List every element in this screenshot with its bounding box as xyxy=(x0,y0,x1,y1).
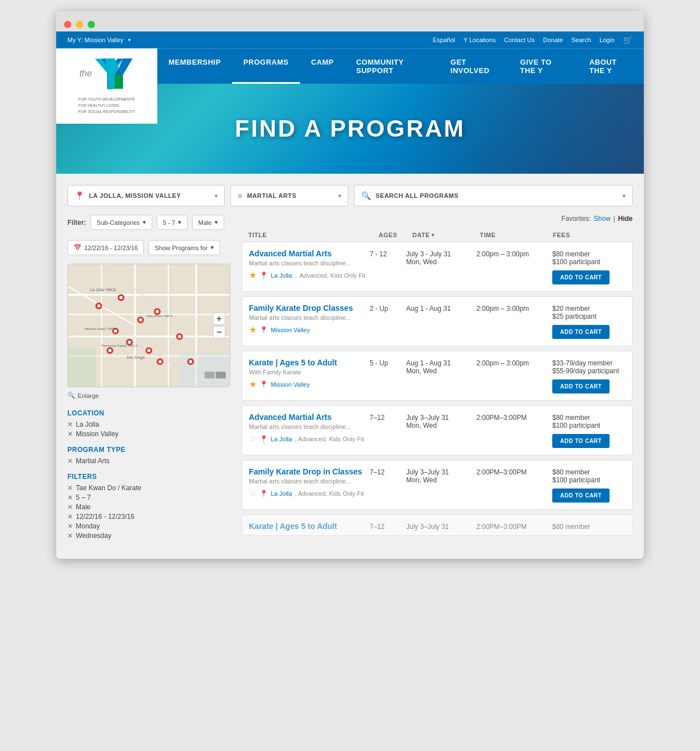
col-time-header: TIME xyxy=(480,232,553,238)
program-2-title[interactable]: Family Karate Drop Classes xyxy=(249,304,367,313)
program-1-add-to-cart-button[interactable]: ADD TO CART xyxy=(552,270,610,284)
program-card-5: Family Karate Drop in Classes Martial ar… xyxy=(242,460,633,510)
enlarge-map-link[interactable]: 🔍 Enlarge xyxy=(67,392,230,399)
program-4-title[interactable]: Advanced Martial Arts xyxy=(249,413,367,422)
program-3-star-icon[interactable]: ★ xyxy=(249,379,257,390)
nav-camp[interactable]: CAMP xyxy=(300,49,345,84)
program-3-desc: With Family Karate xyxy=(249,369,367,376)
page-content: 📍 LA JOLLA, MISSION VALLEY ▾ ≡ MARTIAL A… xyxy=(56,174,644,559)
search-icon: 🔍 xyxy=(361,191,371,200)
header-area: the xyxy=(56,48,644,84)
program-card-4-body: Advanced Martial Arts Martial arts class… xyxy=(242,406,632,455)
remove-martial-arts-icon[interactable]: ✕ xyxy=(67,458,72,465)
search-all-dropdown[interactable]: 🔍 SEARCH ALL PROGRAMS ▾ xyxy=(354,185,633,206)
program-4-location[interactable]: La Jolla xyxy=(271,436,292,442)
show-programs-filter[interactable]: Show Programs for ▾ xyxy=(148,240,220,255)
y-locations-link[interactable]: Y Locations xyxy=(463,37,496,43)
program-2-fees: $20 member $25 participant ADD TO CART xyxy=(552,304,625,339)
filter-monday[interactable]: ✕ Monday xyxy=(67,522,230,530)
age-filter[interactable]: 5 - 7 ▾ xyxy=(157,215,188,230)
subcategories-filter[interactable]: Sub-Categories ▾ xyxy=(90,215,152,230)
ymca-logo-box: the xyxy=(56,48,157,124)
filter-date-range[interactable]: ✕ 12/22/16 - 12/23/16 xyxy=(67,513,230,521)
nav-membership[interactable]: MEMBERSHIP xyxy=(157,49,232,84)
favorites-show-link[interactable]: Show xyxy=(594,215,611,223)
program-2-info: Family Karate Drop Classes Martial arts … xyxy=(249,304,367,335)
remove-male-icon[interactable]: ✕ xyxy=(67,504,72,511)
remove-mission-valley-icon[interactable]: ✕ xyxy=(67,431,72,438)
nav-about-the-y[interactable]: ABOUT THE Y xyxy=(578,49,644,84)
search-link[interactable]: Search xyxy=(571,37,591,43)
location-lajolla[interactable]: ✕ La Jolla xyxy=(67,420,230,428)
program-5-title[interactable]: Family Karate Drop in Classes xyxy=(249,467,367,476)
favorites-hide-link[interactable]: Hide xyxy=(618,215,633,223)
remove-tae-kwan-do-icon[interactable]: ✕ xyxy=(67,485,72,492)
svg-text:Toby Wells YMCA: Toby Wells YMCA xyxy=(146,314,172,318)
donate-link[interactable]: Donate xyxy=(543,37,563,43)
program-5-add-to-cart-button[interactable]: ADD TO CART xyxy=(552,488,610,503)
filter-male[interactable]: ✕ Male xyxy=(67,503,230,511)
zoom-out-button[interactable]: − xyxy=(213,326,225,338)
program-3-title[interactable]: Karate | Ages 5 to Adult xyxy=(249,358,367,367)
program-4-add-to-cart-button[interactable]: ADD TO CART xyxy=(552,434,610,448)
location-dropdown[interactable]: 📍 LA JOLLA, MISSION VALLEY ▾ xyxy=(67,185,225,206)
nav-community-support[interactable]: COMMUNITY SUPPORT xyxy=(345,49,439,84)
remove-date-icon[interactable]: ✕ xyxy=(67,513,72,521)
program-2-fee-member: $20 member xyxy=(552,305,625,313)
location-mission-valley[interactable]: ✕ Mission Valley xyxy=(67,430,230,438)
program-4-star-icon[interactable]: ☆ xyxy=(249,433,257,444)
login-link[interactable]: Login xyxy=(599,37,615,43)
program-1-title[interactable]: Advanced Martial Arts xyxy=(249,249,367,258)
program-1-location[interactable]: La Jolla xyxy=(271,272,292,279)
minimize-dot[interactable] xyxy=(76,21,83,28)
program-6-title[interactable]: Karate | Ages 5 to Adult xyxy=(249,522,367,531)
search-zoom-icon: 🔍 xyxy=(67,392,75,399)
program-card-6: Karate | Ages 5 to Adult 7–12 July 3–Jul… xyxy=(242,514,633,536)
program-1-star-icon[interactable]: ★ xyxy=(249,270,257,281)
program-3-location[interactable]: Mission Valley xyxy=(271,381,310,388)
contact-us-link[interactable]: Contact Us xyxy=(504,37,534,43)
nav-give-to-the-y[interactable]: GIVE TO THE Y xyxy=(509,49,578,84)
filters-title: FILTERS xyxy=(67,473,230,481)
remove-lajolla-icon[interactable]: ✕ xyxy=(67,421,72,428)
espanol-link[interactable]: Español xyxy=(433,37,455,43)
program-2-add-to-cart-button[interactable]: ADD TO CART xyxy=(552,325,610,339)
map-container[interactable]: La Jolla YMCA Toby Wells YMCA Mission Va… xyxy=(67,264,230,387)
filter-tae-kwan-do[interactable]: ✕ Tae Kwan Do / Karate xyxy=(67,484,230,492)
hero-title: FIND A PROGRAM xyxy=(235,115,465,142)
remove-wednesday-icon[interactable]: ✕ xyxy=(67,532,72,540)
program-card-2-body: Family Karate Drop Classes Martial arts … xyxy=(242,297,632,346)
gender-filter[interactable]: Male ▾ xyxy=(192,215,224,230)
favorites-pipe: | xyxy=(613,215,615,223)
nav-get-involved[interactable]: GET INVOLVED xyxy=(439,49,509,84)
martial-arts-filter[interactable]: ✕ Martial Arts xyxy=(67,457,230,465)
age-arrow: ▾ xyxy=(178,219,181,226)
program-5-star-icon[interactable]: ☆ xyxy=(249,488,257,499)
category-dropdown[interactable]: ≡ MARTIAL ARTS ▾ xyxy=(230,185,348,206)
close-dot[interactable] xyxy=(64,21,71,28)
program-1-pin-icon: 📍 xyxy=(260,272,268,279)
program-5-pin-icon: 📍 xyxy=(260,490,268,497)
maximize-dot[interactable] xyxy=(88,21,95,28)
wednesday-label: Wednesday xyxy=(76,532,111,540)
col-date-header[interactable]: DATE ▾ xyxy=(412,232,480,238)
program-4-fees: $80 member $100 participant ADD TO CART xyxy=(552,413,625,448)
program-5-location[interactable]: La Jolla xyxy=(271,490,292,497)
zoom-in-button[interactable]: + xyxy=(213,313,225,325)
program-1-meta: ★ 📍 La Jolla , Advanced, Kids Only Fit xyxy=(249,270,367,281)
remove-age-icon[interactable]: ✕ xyxy=(67,494,72,501)
program-2-star-icon[interactable]: ★ xyxy=(249,324,257,335)
program-6-time: 2:00PM–3:00PM xyxy=(476,522,549,531)
nav-programs[interactable]: PROGRAMS xyxy=(232,49,300,84)
remove-monday-icon[interactable]: ✕ xyxy=(67,523,72,530)
program-1-tags: Advanced, Kids Only Fit xyxy=(299,272,365,279)
program-4-meta: ☆ 📍 La Jolla , Advanced, Kids Only Fit xyxy=(249,433,367,444)
cart-icon[interactable]: 🛒 xyxy=(623,35,633,44)
date-filter[interactable]: 📅 12/22/16 - 12/23/16 xyxy=(67,240,144,255)
filter-age-5-7[interactable]: ✕ 5 – 7 xyxy=(67,494,230,501)
location-selector[interactable]: My Y: Mission Valley ▾ xyxy=(67,37,131,43)
filter-wednesday[interactable]: ✕ Wednesday xyxy=(67,532,230,540)
program-2-location[interactable]: Mission Valley xyxy=(271,327,310,333)
program-3-add-to-cart-button[interactable]: ADD TO CART xyxy=(552,379,610,393)
location-chevron-icon: ▾ xyxy=(215,193,218,199)
